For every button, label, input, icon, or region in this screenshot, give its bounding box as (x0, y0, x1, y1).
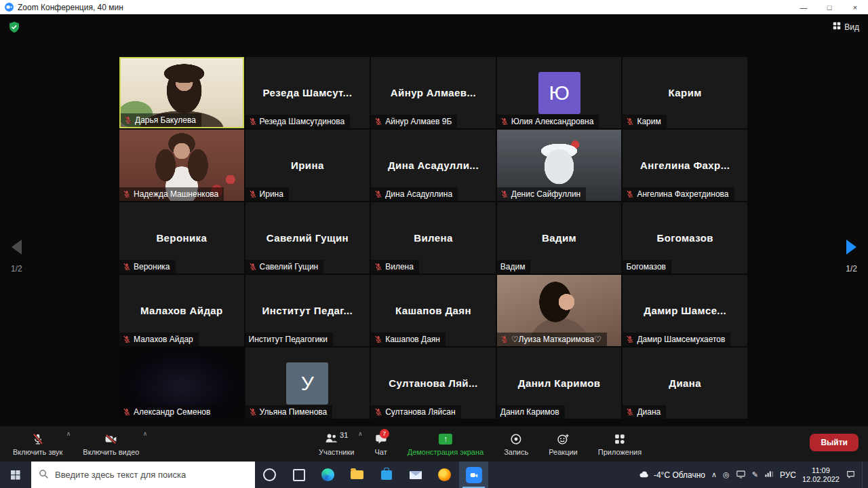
participant-tile[interactable]: Малахов АйдарМалахов Айдар (119, 275, 244, 346)
participant-tile[interactable]: Надежда Машненкова (119, 130, 244, 201)
zoom-toolbar: Включить звук ∧ Включить видео ∧ 31 У (0, 426, 868, 462)
participant-label-text: Александр Семенов (134, 407, 210, 417)
participants-options-caret[interactable]: ∧ (358, 431, 363, 437)
gallery-pager-right: 1/2 (846, 240, 857, 274)
hidden-icons-caret[interactable]: ∧ (711, 470, 717, 479)
desktop: Zoom Конференция, 40 мин — □ × Вид 1/2 Д… (0, 0, 868, 488)
participants-count: 31 (340, 431, 348, 439)
muted-mic-icon (500, 117, 509, 126)
next-page-button[interactable] (846, 240, 856, 255)
folder-icon (351, 470, 363, 479)
taskbar-app-firefox[interactable] (430, 462, 459, 488)
taskbar-clock[interactable]: 11:09 12.02.2022 (802, 466, 840, 484)
show-desktop-button[interactable] (862, 462, 866, 488)
participant-label-text: Кашапов Даян (385, 335, 440, 344)
taskbar-app-folder[interactable] (342, 462, 372, 488)
participant-tile[interactable]: ИринаИрина (245, 130, 370, 201)
unmute-button[interactable]: Включить звук ∧ (3, 426, 73, 462)
participant-tile[interactable]: БогомазовБогомазов (623, 202, 747, 274)
participant-label: Султанова Ляйсан (371, 405, 460, 419)
tray-pen-icon[interactable]: ✎ (752, 470, 758, 479)
participant-label: Диана (623, 405, 666, 419)
taskbar-search[interactable]: Введите здесь текст для поиска (31, 462, 255, 488)
camera-off-icon (104, 432, 117, 446)
search-placeholder: Введите здесь текст для поиска (55, 470, 186, 480)
participant-tile[interactable]: КаримКарим (623, 57, 747, 128)
participant-label: Ульяна Пименова (245, 405, 333, 419)
participant-tile[interactable]: Дина Асадулли...Дина Асадуллина (371, 130, 496, 201)
participant-label: Дарья Бакулева (121, 113, 201, 127)
participant-tile[interactable]: Ангелина Фахр...Ангелина Фахретдинова (623, 130, 747, 201)
taskbar-app-cortana[interactable] (255, 462, 284, 488)
participant-tile[interactable]: Савелий ГущинСавелий Гущин (245, 202, 370, 274)
participant-label: Кашапов Даян (371, 333, 446, 346)
weather-widget[interactable]: -4°C Облачно (638, 469, 705, 481)
view-grid-icon (833, 22, 841, 32)
participant-tile[interactable]: Данил КаримовДанил Каримов (497, 348, 622, 419)
participant-label-text: Дамир Шамсемухаетов (637, 335, 725, 344)
reactions-label: Реакции (549, 448, 578, 456)
start-video-label: Включить видео (83, 448, 139, 456)
start-video-button[interactable]: Включить видео ∧ (73, 426, 149, 462)
participant-label: Резеда Шамсутдинова (245, 115, 351, 128)
participant-label: Институт Педагогики (245, 333, 333, 346)
tray-circle-icon[interactable]: ◎ (723, 470, 730, 479)
leave-button[interactable]: Выйти (810, 434, 859, 451)
security-shield-icon[interactable] (8, 21, 20, 33)
taskbar-app-store[interactable] (372, 462, 401, 488)
taskbar-app-mail[interactable] (401, 462, 430, 488)
participant-tile[interactable]: Резеда Шамсут...Резеда Шамсутдинова (245, 57, 370, 128)
language-indicator[interactable]: РУС (780, 470, 796, 480)
chat-badge: 7 (380, 429, 389, 438)
apps-label: Приложения (598, 448, 642, 456)
participant-label: Ангелина Фахретдинова (623, 187, 734, 201)
participant-tile[interactable]: ВиленаВилена (371, 202, 496, 274)
search-icon (39, 469, 49, 481)
video-options-caret[interactable]: ∧ (143, 431, 148, 437)
participant-tile[interactable]: Кашапов ДаянКашапов Даян (371, 275, 496, 346)
maximize-button[interactable]: □ (816, 0, 842, 14)
participant-tile[interactable]: Институт Педаг...Институт Педагогики (245, 275, 370, 346)
participant-tile[interactable]: ВадимВадим (497, 202, 622, 274)
participant-label: Денис Сайфуллин (497, 187, 586, 201)
participants-button[interactable]: 31 Участники ∧ (309, 426, 365, 462)
apps-button[interactable]: Приложения (588, 426, 652, 462)
view-button[interactable]: Вид (833, 22, 859, 32)
audio-options-caret[interactable]: ∧ (66, 431, 71, 437)
notification-center-button[interactable] (846, 470, 856, 481)
participant-tile[interactable]: ♡Луиза Маткаримова♡ (497, 275, 622, 346)
participant-tile[interactable]: Айнур Алмаев...Айнур Алмаев 9Б (371, 57, 496, 128)
participant-label-text: Диана (637, 407, 660, 417)
participant-label: Карим (623, 115, 666, 128)
gallery-pager-left: 1/2 (11, 240, 22, 274)
participant-tile[interactable]: Султанова Ляй...Султанова Ляйсан (371, 348, 496, 419)
network-icon[interactable] (764, 470, 774, 480)
taskbar-app-taskview[interactable] (284, 462, 313, 488)
participant-tile[interactable]: УУльяна Пименова (245, 348, 370, 419)
participant-tile[interactable]: ЮЮлия Александровна (497, 57, 622, 128)
close-button[interactable]: × (842, 0, 868, 14)
chat-button[interactable]: 7 Чат (364, 426, 397, 462)
minimize-button[interactable]: — (791, 0, 816, 14)
start-button[interactable] (0, 462, 31, 488)
participant-tile[interactable]: ДианаДиана (623, 348, 747, 419)
participant-tile[interactable]: Дарья Бакулева (119, 57, 244, 128)
participant-tile[interactable]: Денис Сайфуллин (497, 130, 622, 201)
taskbar-app-edge[interactable] (313, 462, 342, 488)
participant-label: Данил Каримов (497, 405, 565, 419)
record-button[interactable]: Запись (494, 426, 538, 462)
tray-display-icon[interactable] (736, 470, 746, 481)
prev-page-button[interactable] (12, 240, 22, 255)
taskbar-app-zoom[interactable] (459, 462, 488, 488)
toolbar-center-group: 31 Участники ∧ 7 Чат ↑ Демонстрация экра (309, 426, 652, 462)
reactions-button[interactable]: Реакции (538, 426, 588, 462)
participant-tile[interactable]: Дамир Шамсе...Дамир Шамсемухаетов (623, 275, 747, 346)
participant-tile[interactable]: Александр Семенов (119, 348, 244, 419)
apps-icon (614, 432, 626, 446)
view-label: Вид (844, 22, 859, 32)
share-screen-button[interactable]: ↑ Демонстрация экрана (397, 426, 494, 462)
participant-tile[interactable]: ВероникаВероника (119, 202, 244, 274)
participant-label: Надежда Машненкова (119, 187, 224, 201)
muted-mic-icon (626, 117, 634, 126)
participant-label: Александр Семенов (119, 405, 216, 419)
